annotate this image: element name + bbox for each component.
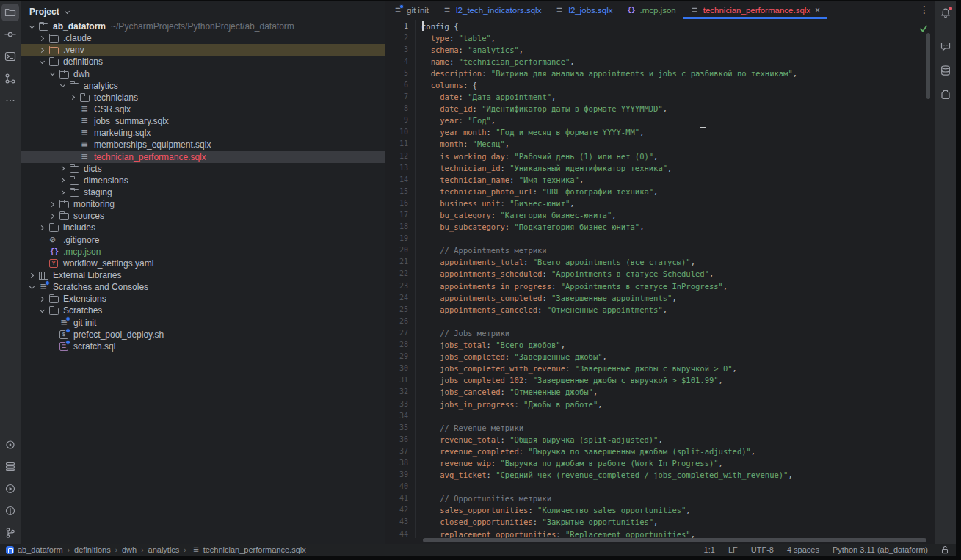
modified-badge-dot bbox=[65, 340, 70, 345]
breadcrumb-item[interactable]: technician_performance.sqlx bbox=[191, 545, 306, 555]
code-text: jobs_completed_with_revenue: "Завершенны… bbox=[421, 363, 737, 374]
chevron-down-icon[interactable] bbox=[28, 283, 36, 291]
chevron-down-icon[interactable] bbox=[38, 307, 46, 315]
tree-item-technicians[interactable]: technicians bbox=[21, 92, 385, 103]
plugins-icon[interactable] bbox=[937, 86, 954, 103]
indent-size[interactable]: 4 spaces bbox=[787, 545, 819, 554]
python-packages-icon[interactable] bbox=[1, 458, 19, 476]
tree-item-sources[interactable]: sources bbox=[21, 210, 385, 222]
code-token: "Средний чек (revenue_completed / jobs_c… bbox=[496, 470, 788, 479]
git-branch-icon[interactable] bbox=[1, 524, 19, 542]
code-line: 41 // Opportunities метрики bbox=[385, 492, 926, 504]
tree-item-includes[interactable]: includes bbox=[21, 222, 385, 233]
project-panel-header[interactable]: Project bbox=[29, 5, 70, 18]
line-number: 36 bbox=[385, 434, 408, 446]
line-separator[interactable]: LF bbox=[728, 545, 738, 554]
editor-tab[interactable]: l2_tech_indicators.sqlx bbox=[435, 1, 548, 19]
run-icon[interactable] bbox=[1, 480, 19, 498]
structure-icon[interactable] bbox=[1, 70, 19, 87]
tree-item-scratch-sql[interactable]: scratch.sql bbox=[21, 341, 385, 352]
file-encoding[interactable]: UTF-8 bbox=[751, 545, 774, 554]
chevron-right-icon[interactable] bbox=[59, 189, 67, 197]
code-token: replacement_opportunities bbox=[421, 530, 556, 539]
code-editor[interactable]: 1config {2 type: "table",3 schema: "anal… bbox=[385, 21, 926, 542]
editor-tab[interactable]: git init bbox=[386, 1, 435, 19]
tree-item--claude[interactable]: .claude bbox=[21, 32, 385, 44]
ai-assistant-icon[interactable] bbox=[937, 37, 954, 55]
editor-tab[interactable]: l2_jobs.sqlx bbox=[548, 1, 619, 19]
tree-item-marketing-sqlx[interactable]: marketing.sqlx bbox=[21, 127, 385, 139]
project-icon[interactable] bbox=[1, 4, 19, 21]
chevron-down-icon[interactable] bbox=[48, 70, 57, 78]
tree-item-staging[interactable]: staging bbox=[21, 186, 385, 198]
chevron-down-icon[interactable] bbox=[28, 23, 36, 31]
code-token: date bbox=[421, 92, 459, 101]
tree-item--venv[interactable]: .venv bbox=[21, 44, 385, 56]
horizontal-scrollbar[interactable] bbox=[423, 538, 926, 542]
tree-item-dimensions[interactable]: dimensions bbox=[21, 175, 385, 186]
chevron-right-icon[interactable] bbox=[38, 295, 46, 303]
more-tool-windows-icon[interactable] bbox=[1, 92, 19, 109]
tree-item-workflow-settings-yaml[interactable]: workflow_settings.yaml bbox=[21, 258, 385, 269]
code-token: jobs_in_progress bbox=[421, 400, 514, 409]
code-token: : bbox=[537, 305, 547, 314]
tree-item-external-libraries[interactable]: External Libraries bbox=[21, 269, 385, 281]
database-icon[interactable] bbox=[937, 62, 954, 79]
code-token: : bbox=[542, 269, 551, 278]
services-icon[interactable] bbox=[1, 436, 19, 454]
tree-item-label: Extensions bbox=[63, 294, 106, 304]
tree-item-jobs-summary-sqlx[interactable]: jobs_summary.sqlx bbox=[21, 115, 385, 127]
tree-item-scratches[interactable]: Scratches bbox=[21, 305, 385, 316]
notifications-icon[interactable] bbox=[937, 4, 954, 22]
tree-item-prefect-pool-deploy-sh[interactable]: prefect_pool_deploy.sh bbox=[21, 329, 385, 341]
tab-options-kebab-icon[interactable]: ⋮ bbox=[919, 4, 929, 15]
tree-item-definitions[interactable]: definitions bbox=[21, 56, 385, 68]
terminal-icon[interactable] bbox=[1, 48, 19, 65]
breadcrumb-item[interactable]: definitions bbox=[74, 545, 111, 554]
editor-tab[interactable]: technician_performance.sqlx× bbox=[683, 1, 827, 19]
chevron-down-icon[interactable] bbox=[59, 81, 67, 90]
chevron-right-icon[interactable] bbox=[59, 164, 67, 172]
breadcrumb-item[interactable]: dwh bbox=[122, 545, 137, 554]
code-line: 35 // Revenue метрики bbox=[385, 422, 926, 434]
tree-item--gitignore[interactable]: .gitignore bbox=[21, 234, 385, 246]
tree-item-csr-sqlx[interactable]: CSR.sqlx bbox=[21, 103, 385, 115]
project-panel: Project ab_dataform~/PycharmProjects/Pyt… bbox=[21, 1, 385, 544]
tree-item-dwh[interactable]: dwh bbox=[21, 68, 385, 80]
problems-icon[interactable] bbox=[1, 502, 19, 520]
chevron-right-icon[interactable] bbox=[69, 93, 77, 101]
gitignore-file-icon bbox=[48, 235, 59, 245]
tree-item-monitoring[interactable]: monitoring bbox=[21, 198, 385, 210]
caret-position[interactable]: 1:1 bbox=[704, 545, 715, 554]
tree-item-analytics[interactable]: analytics bbox=[21, 80, 385, 92]
tree-item-label: staging bbox=[84, 187, 112, 197]
editor-tab[interactable]: .mcp.json bbox=[619, 1, 682, 19]
tree-item-git-init[interactable]: git init bbox=[21, 317, 385, 329]
chevron-right-icon[interactable] bbox=[28, 272, 36, 280]
tab-label: technician_performance.sqlx bbox=[703, 6, 810, 15]
chevron-right-icon[interactable] bbox=[38, 34, 46, 43]
chevron-right-icon[interactable] bbox=[38, 46, 46, 54]
tree-item-memberships-equipment-sqlx[interactable]: memberships_equipment.sqlx bbox=[21, 139, 385, 150]
python-interpreter[interactable]: Python 3.11 (ab_dataform) bbox=[833, 545, 928, 554]
chevron-right-icon[interactable] bbox=[59, 176, 67, 184]
folder-file-icon bbox=[59, 211, 70, 221]
chevron-down-icon[interactable] bbox=[38, 58, 46, 66]
breadcrumb-item[interactable]: analytics bbox=[148, 545, 180, 554]
commit-icon[interactable] bbox=[1, 26, 19, 43]
tree-item-dicts[interactable]: dicts bbox=[21, 163, 385, 175]
unlock-icon[interactable] bbox=[940, 545, 950, 555]
line-number: 31 bbox=[385, 374, 408, 386]
tree-item-extensions[interactable]: Extensions bbox=[21, 293, 385, 305]
tree-item-ab-dataform[interactable]: ab_dataform~/PycharmProjects/PythonProje… bbox=[21, 21, 385, 32]
chevron-right-icon[interactable] bbox=[38, 224, 46, 232]
breadcrumb-item[interactable]: ab_dataform bbox=[6, 545, 63, 554]
tree-item--mcp-json[interactable]: .mcp.json bbox=[21, 246, 385, 258]
chevron-right-icon[interactable] bbox=[48, 212, 57, 220]
tab-label: git init bbox=[407, 6, 429, 15]
close-tab-icon[interactable]: × bbox=[815, 6, 820, 15]
vertical-scrollbar[interactable] bbox=[926, 33, 930, 99]
tree-item-technician-performance-sqlx[interactable]: technician_performance.sqlx bbox=[21, 151, 385, 163]
tree-item-scratches-and-consoles[interactable]: Scratches and Consoles bbox=[21, 281, 385, 293]
chevron-right-icon[interactable] bbox=[48, 200, 57, 208]
